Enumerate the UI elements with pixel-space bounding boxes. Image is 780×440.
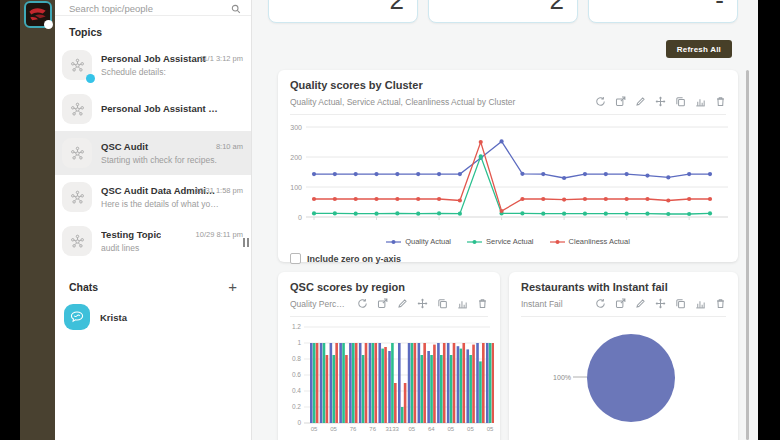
topic-timestamp: 8:10 am <box>216 142 243 151</box>
copy-icon[interactable] <box>675 96 686 107</box>
delete-icon[interactable] <box>715 298 726 309</box>
search-input[interactable] <box>69 3 231 14</box>
stat-card-3: - <box>588 0 738 23</box>
svg-text:05: 05 <box>448 426 455 432</box>
move-icon[interactable] <box>417 298 428 309</box>
topic-item[interactable]: Testing Topicaudit lines10/29 8:11 pm <box>55 219 251 263</box>
topic-molecule-icon <box>69 101 86 118</box>
card-title: Quality scores by Cluster <box>290 79 726 91</box>
move-icon[interactable] <box>655 96 666 107</box>
copy-icon[interactable] <box>675 298 686 309</box>
chats-list: Krista <box>55 297 251 337</box>
topic-timestamp: 10/29 8:11 pm <box>196 230 243 239</box>
sidebar: Topics Personal Job AssistantSchedule de… <box>55 0 252 440</box>
svg-text:76: 76 <box>350 426 357 432</box>
topic-timestamp: 11/1 3:12 pm <box>200 54 243 63</box>
unread-badge <box>86 74 95 83</box>
include-zero-checkbox[interactable] <box>290 253 301 264</box>
add-chat-button[interactable]: + <box>228 282 237 292</box>
svg-text:0.6: 0.6 <box>292 371 301 378</box>
refresh-icon[interactable] <box>357 298 368 309</box>
topic-item[interactable]: Personal Job AssistantSchedule details:1… <box>55 43 251 87</box>
line-chart: 0100200300 <box>280 119 732 231</box>
scrollbar-thumb[interactable] <box>746 70 749 440</box>
app-window: Topics Personal Job AssistantSchedule de… <box>20 0 758 440</box>
topic-title: Personal Job Assistant <box>101 53 206 65</box>
card-subtitle: Quality Percentage, Service P... <box>290 299 349 309</box>
stat-value: 2 <box>550 0 564 13</box>
refresh-all-button[interactable]: Refresh All <box>666 40 732 58</box>
topic-molecule-icon <box>69 233 86 250</box>
topic-title: Testing Topic <box>101 229 161 241</box>
svg-text:300: 300 <box>290 124 302 131</box>
stat-card-1: 2 <box>268 0 418 23</box>
sidebar-collapse-handle[interactable] <box>243 238 249 247</box>
svg-text:100: 100 <box>290 184 302 191</box>
edit-icon[interactable] <box>397 298 408 309</box>
card-subtitle: Instant Fail <box>521 299 587 309</box>
app-logo[interactable] <box>24 1 52 28</box>
card-toolbar <box>595 298 726 309</box>
card-title: QSC scores by region <box>290 281 488 293</box>
letterbox-right <box>758 0 780 440</box>
chats-header: Chats <box>69 281 98 293</box>
topic-avatar <box>62 50 92 80</box>
copy-icon[interactable] <box>437 298 448 309</box>
svg-text:0.4: 0.4 <box>292 387 301 394</box>
chart-icon[interactable] <box>695 298 706 309</box>
topic-avatar <box>62 94 92 124</box>
move-icon[interactable] <box>655 298 666 309</box>
refresh-icon[interactable] <box>595 96 606 107</box>
refresh-icon[interactable] <box>595 298 606 309</box>
topic-item[interactable]: QSC Audit Data AdministrationHere is the… <box>55 175 251 219</box>
chat-name: Krista <box>100 312 127 323</box>
card-quality-by-cluster: Quality scores by Cluster Quality Actual… <box>278 70 738 262</box>
topic-timestamp: 10/31 1:58 pm <box>195 186 243 195</box>
edit-icon[interactable] <box>635 96 646 107</box>
topic-avatar <box>62 226 92 256</box>
export-icon[interactable] <box>377 298 388 309</box>
svg-text:05: 05 <box>311 426 318 432</box>
card-instant-fail: Restaurants with Instant fail Instant Fa… <box>509 272 738 440</box>
topic-avatar <box>62 182 92 212</box>
card-title: Restaurants with Instant fail <box>521 281 726 293</box>
svg-text:0: 0 <box>297 419 301 426</box>
include-zero-label: Include zero on y-axis <box>307 254 401 264</box>
edit-icon[interactable] <box>635 298 646 309</box>
nav-rail <box>20 0 55 440</box>
svg-text:100%: 100% <box>553 374 571 381</box>
topic-item[interactable]: QSC AuditStarting with check for recipes… <box>55 131 251 175</box>
stat-card-2: 2 <box>428 0 578 23</box>
chat-item[interactable]: Krista <box>55 297 251 337</box>
delete-icon[interactable] <box>477 298 488 309</box>
card-qsc-by-region: QSC scores by region Quality Percentage,… <box>278 272 500 440</box>
delete-icon[interactable] <box>715 96 726 107</box>
pie-chart: 100% <box>519 321 724 436</box>
export-icon[interactable] <box>615 298 626 309</box>
topic-item[interactable]: Personal Job Assistant Maintenance <box>55 87 251 131</box>
svg-text:0.8: 0.8 <box>292 355 301 362</box>
svg-text:64: 64 <box>428 426 435 432</box>
svg-text:1: 1 <box>297 339 301 346</box>
chart-icon[interactable] <box>457 298 468 309</box>
chats-header-row: Chats + <box>69 281 237 293</box>
svg-text:76: 76 <box>369 426 376 432</box>
chart-icon[interactable] <box>695 96 706 107</box>
topic-subtitle: Here is the details of what you selected <box>101 199 219 209</box>
topic-title: Personal Job Assistant Maintenance <box>101 103 219 115</box>
topic-molecule-icon <box>69 145 86 162</box>
bar-chart: 00.20.40.60.811.20505767631330564050505 <box>284 319 494 435</box>
letterbox-left <box>0 0 20 440</box>
topic-molecule-icon <box>69 189 86 206</box>
card-subtitle: Quality Actual, Service Actual, Cleanlin… <box>290 97 587 107</box>
search-bar <box>55 0 251 16</box>
svg-text:05: 05 <box>408 426 415 432</box>
export-icon[interactable] <box>615 96 626 107</box>
svg-text:05: 05 <box>487 426 494 432</box>
legend-item: Service Actual <box>467 237 534 246</box>
svg-text:0.2: 0.2 <box>292 403 301 410</box>
svg-text:3133: 3133 <box>386 426 400 432</box>
topic-subtitle: audit lines <box>101 243 161 253</box>
chat-bubble-icon <box>64 304 90 330</box>
card-toolbar <box>357 298 488 309</box>
